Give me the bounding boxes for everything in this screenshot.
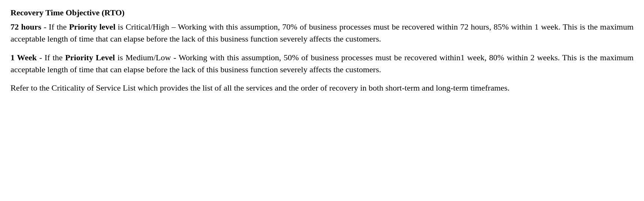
paragraph-1week-body: - If the Priority Level is Medium/Low - …: [11, 53, 633, 74]
priority-level-1week: Priority Level: [65, 53, 115, 62]
paragraph-72h-body: - If the Priority level is Critical/High…: [11, 22, 633, 43]
priority-level-72h: Priority level: [69, 22, 116, 31]
paragraph-1week: 1 Week - If the Priority Level is Medium…: [11, 52, 633, 76]
page-content: Recovery Time Objective (RTO) 72 hours -…: [11, 7, 633, 94]
footer-paragraph: Refer to the Criticality of Service List…: [11, 82, 633, 94]
section-title: Recovery Time Objective (RTO): [11, 7, 633, 19]
paragraph-72h: 72 hours - If the Priority level is Crit…: [11, 21, 633, 45]
term-72h: 72 hours: [11, 22, 41, 31]
term-1week: 1 Week: [11, 53, 37, 62]
